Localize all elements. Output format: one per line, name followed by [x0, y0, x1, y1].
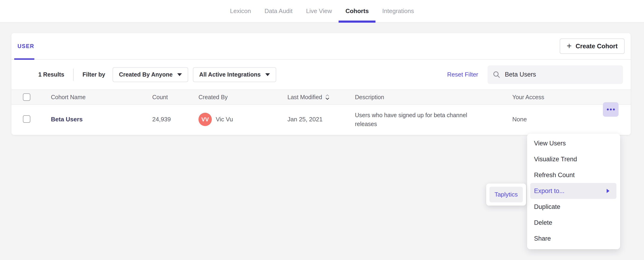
search-box[interactable] — [488, 65, 623, 84]
more-icon — [613, 108, 615, 110]
menu-item-export-to[interactable]: Export to... — [530, 183, 616, 199]
plus-icon: + — [567, 42, 572, 50]
create-cohort-button[interactable]: + Create Cohort — [560, 38, 624, 54]
your-access-value: None — [512, 116, 631, 123]
menu-item-refresh-count[interactable]: Refresh Count — [527, 167, 620, 183]
avatar: VV — [198, 113, 212, 126]
more-icon — [610, 108, 612, 110]
menu-item-delete[interactable]: Delete — [527, 215, 620, 230]
nav-tab-integrations[interactable]: Integrations — [376, 0, 421, 22]
menu-item-share[interactable]: Share — [527, 230, 620, 246]
results-count: 1 Results — [38, 71, 64, 78]
column-cohort-name: Cohort Name — [51, 94, 152, 100]
menu-item-visualize-trend[interactable]: Visualize Trend — [527, 151, 620, 167]
row-actions-button[interactable] — [603, 102, 618, 117]
created-by-name: Vic Vu — [216, 116, 233, 123]
cohorts-page: Lexicon Data Audit Live View Cohorts Int… — [0, 0, 644, 260]
nav-tab-live-view[interactable]: Live View — [299, 0, 339, 22]
submenu-item-taplytics[interactable]: Taplytics — [490, 187, 523, 202]
reset-filter-link[interactable]: Reset Filter — [447, 71, 478, 78]
more-icon — [607, 108, 609, 110]
integrations-dropdown[interactable]: All Active Integrations — [193, 67, 276, 82]
cohorts-card: USER + Create Cohort 1 Results Filter by… — [12, 33, 631, 135]
sort-icon — [325, 94, 330, 100]
created-by-cell: VV Vic Vu — [198, 113, 288, 126]
chevron-down-icon — [177, 73, 182, 76]
search-icon — [493, 71, 501, 79]
row-checkbox[interactable] — [23, 115, 30, 123]
integrations-dropdown-label: All Active Integrations — [199, 71, 260, 78]
nav-tab-cohorts[interactable]: Cohorts — [338, 0, 376, 22]
column-created-by: Created By — [198, 94, 288, 100]
export-submenu: Taplytics — [486, 184, 526, 206]
table-row: Beta Users 24,939 VV Vic Vu Jan 25, 2021… — [12, 105, 631, 134]
cohort-count: 24,939 — [152, 116, 198, 123]
cohort-name-link[interactable]: Beta Users — [51, 116, 152, 123]
last-modified-date: Jan 25, 2021 — [288, 116, 355, 123]
created-by-dropdown-label: Created By Anyone — [119, 71, 172, 78]
column-count: Count — [152, 94, 198, 100]
column-last-modified[interactable]: Last Modified — [288, 94, 355, 100]
divider — [73, 68, 74, 81]
search-input[interactable] — [505, 71, 618, 78]
table-header: Cohort Name Count Created By Last Modifi… — [12, 90, 631, 105]
created-by-dropdown[interactable]: Created By Anyone — [112, 67, 188, 82]
nav-tab-lexicon[interactable]: Lexicon — [223, 0, 258, 22]
card-header: USER + Create Cohort — [12, 33, 631, 60]
submenu-arrow-icon — [607, 189, 610, 193]
column-description: Description — [355, 94, 512, 100]
header-select-all — [23, 93, 51, 101]
menu-item-duplicate[interactable]: Duplicate — [527, 199, 620, 215]
row-select-cell — [23, 115, 51, 124]
top-navigation: Lexicon Data Audit Live View Cohorts Int… — [0, 0, 644, 23]
chevron-down-icon — [265, 73, 270, 76]
nav-tab-data-audit[interactable]: Data Audit — [258, 0, 299, 22]
column-last-modified-label: Last Modified — [288, 94, 322, 100]
filter-by-label: Filter by — [82, 71, 105, 78]
filter-bar: 1 Results Filter by Created By Anyone Al… — [12, 60, 631, 90]
create-cohort-label: Create Cohort — [576, 43, 618, 50]
select-all-checkbox[interactable] — [23, 93, 30, 101]
tab-user[interactable]: USER — [18, 33, 34, 59]
column-your-access: Your Access — [512, 94, 631, 100]
row-actions-menu: View Users Visualize Trend Refresh Count… — [527, 134, 620, 249]
menu-item-view-users[interactable]: View Users — [527, 135, 620, 151]
nav-tabs: Lexicon Data Audit Live View Cohorts Int… — [223, 0, 421, 22]
menu-item-export-to-label: Export to... — [534, 188, 564, 195]
cohort-description: Users who have signed up for beta channe… — [355, 111, 481, 128]
